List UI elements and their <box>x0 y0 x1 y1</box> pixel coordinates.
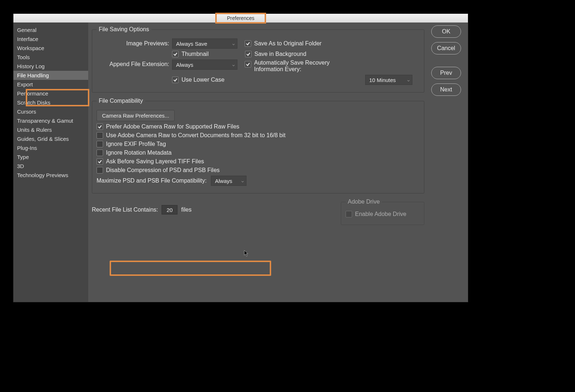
sidebar-item-scratch-disks[interactable]: Scratch Disks <box>13 98 88 107</box>
chevron-down-icon: ⌵ <box>232 62 235 67</box>
save-background-checkbox[interactable] <box>245 51 252 57</box>
enable-adobe-drive-label: Enable Adobe Drive <box>355 211 406 217</box>
window-title: Preferences <box>227 15 254 21</box>
image-previews-label: Image Previews: <box>97 40 169 47</box>
sidebar-item-tools[interactable]: Tools <box>13 53 88 62</box>
sidebar-item-export[interactable]: Export <box>13 80 88 89</box>
file-compatibility-group: File Compatibility Camera Raw Preference… <box>92 98 424 193</box>
max-compat-label: Maximize PSD and PSB File Compatibility: <box>97 177 207 184</box>
ignore-exif-label: Ignore EXIF Profile Tag <box>106 141 166 147</box>
sidebar-item-guides-grid-slices[interactable]: Guides, Grid & Slices <box>13 134 88 143</box>
sidebar-item-interface[interactable]: Interface <box>13 34 88 44</box>
append-ext-select[interactable]: Always⌵ <box>172 60 237 70</box>
save-as-original-label: Save As to Original Folder <box>254 40 322 47</box>
camera-raw-prefs-button[interactable]: Camera Raw Preferences... <box>97 110 175 121</box>
disable-compress-checkbox[interactable] <box>97 167 103 173</box>
thumbnail-checkbox[interactable] <box>172 51 179 57</box>
append-ext-label: Append File Extension: <box>97 60 169 68</box>
sidebar-item-file-handling[interactable]: File Handling <box>13 71 88 80</box>
sidebar-item-3d[interactable]: 3D <box>13 162 88 171</box>
chevron-down-icon: ⌵ <box>232 41 235 46</box>
sidebar-item-history-log[interactable]: History Log <box>13 62 88 71</box>
sidebar-item-performance[interactable]: Performance <box>13 89 88 98</box>
preferences-content: File Saving Options Image Previews: Alwa… <box>88 23 429 302</box>
enable-adobe-drive-checkbox <box>346 211 352 217</box>
titlebar: Preferences <box>13 14 468 23</box>
sidebar-item-units-rulers[interactable]: Units & Rulers <box>13 125 88 134</box>
preferences-window: Preferences GeneralInterfaceWorkspaceToo… <box>13 14 468 302</box>
disable-compress-label: Disable Compression of PSD and PSB Files <box>106 167 220 173</box>
chevron-down-icon: ⌵ <box>407 78 410 82</box>
image-previews-select[interactable]: Always Save⌵ <box>172 38 237 49</box>
prev-button[interactable]: Prev <box>431 67 461 79</box>
auto-save-interval-select[interactable]: 10 Minutes⌵ <box>365 75 412 85</box>
use-acr-convert-checkbox[interactable] <box>97 132 103 139</box>
use-lower-label: Use Lower Case <box>182 77 224 83</box>
recent-files-suffix: files <box>181 207 191 213</box>
sidebar-item-workspace[interactable]: Workspace <box>13 44 88 53</box>
cancel-button[interactable]: Cancel <box>431 42 461 54</box>
sidebar-item-plug-ins[interactable]: Plug-Ins <box>13 143 88 152</box>
ok-button[interactable]: OK <box>431 25 461 38</box>
adobe-drive-group: Adobe Drive Enable Adobe Drive <box>341 199 424 225</box>
ignore-rotation-checkbox[interactable] <box>97 150 103 156</box>
sidebar-item-technology-previews[interactable]: Technology Previews <box>13 171 88 180</box>
chevron-down-icon: ⌵ <box>241 179 244 183</box>
use-acr-convert-label: Use Adobe Camera Raw to Convert Document… <box>106 132 285 139</box>
use-lower-checkbox[interactable] <box>172 77 179 83</box>
ask-tiff-checkbox[interactable] <box>97 158 103 165</box>
save-background-label: Save in Background <box>254 51 306 57</box>
dialog-buttons: OK Cancel Prev Next <box>429 23 468 302</box>
prefer-acr-checkbox[interactable] <box>97 123 103 130</box>
sidebar-item-general[interactable]: General <box>13 25 88 34</box>
recent-files-label: Recent File List Contains: <box>92 207 158 213</box>
auto-save-checkbox[interactable] <box>245 61 251 68</box>
save-as-original-checkbox[interactable] <box>245 40 251 47</box>
ask-tiff-label: Ask Before Saving Layered TIFF Files <box>106 158 204 165</box>
recent-files-input[interactable] <box>162 205 178 215</box>
prefer-acr-label: Prefer Adobe Camera Raw for Supported Ra… <box>106 123 239 130</box>
file-saving-legend: File Saving Options <box>97 26 151 33</box>
sidebar-item-transparency-gamut[interactable]: Transparency & Gamut <box>13 116 88 125</box>
preferences-sidebar: GeneralInterfaceWorkspaceToolsHistory Lo… <box>13 23 88 302</box>
ignore-exif-checkbox[interactable] <box>97 141 103 147</box>
sidebar-item-type[interactable]: Type <box>13 152 88 162</box>
ignore-rotation-label: Ignore Rotation Metadata <box>106 150 172 156</box>
auto-save-label: Automatically Save Recovery Information … <box>254 60 348 73</box>
sidebar-item-cursors[interactable]: Cursors <box>13 107 88 116</box>
adobe-drive-legend: Adobe Drive <box>346 199 382 205</box>
thumbnail-label: Thumbnail <box>182 51 209 57</box>
next-button[interactable]: Next <box>431 83 461 96</box>
file-compat-legend: File Compatibility <box>97 98 145 104</box>
file-saving-group: File Saving Options Image Previews: Alwa… <box>92 26 424 93</box>
max-compat-select[interactable]: Always⌵ <box>211 176 246 186</box>
